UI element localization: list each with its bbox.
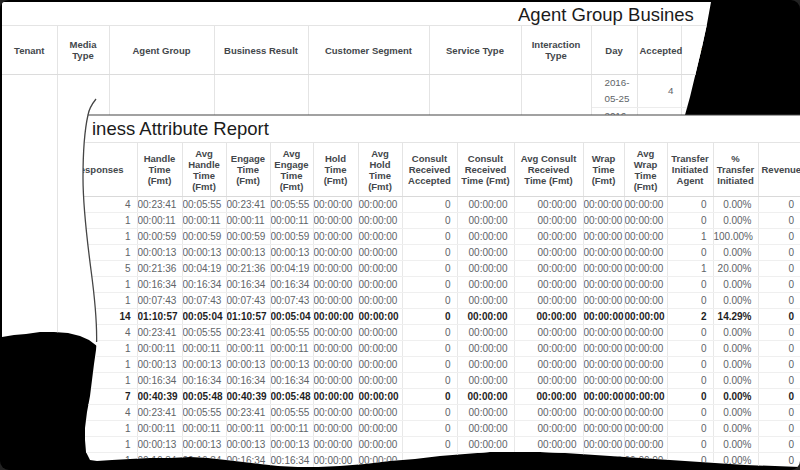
cell: 00:00:00: [624, 389, 667, 405]
column-header: Day: [591, 26, 637, 75]
cell: 00:00:00: [583, 453, 624, 469]
cell: 00:00:13: [182, 357, 226, 373]
cell: 00:00:00: [313, 437, 358, 453]
cell: 00:23:41: [137, 405, 182, 421]
cell: 00:00:00: [313, 357, 358, 373]
cell: 00:00:13: [226, 245, 270, 261]
cell: 00:00:11: [226, 213, 270, 229]
front-table-header-row: ResponsesHandle Time (Fmt)Avg Handle Tim…: [60, 143, 800, 197]
column-header: Consult Received Time (Fmt): [457, 143, 514, 197]
cell: 1: [60, 357, 137, 373]
cell: 01:10:57: [137, 309, 182, 325]
cell: 00:04:19: [182, 261, 226, 277]
cell: 1: [667, 229, 713, 245]
cell: 00:00:59: [270, 229, 313, 245]
cell: 00:16:34: [137, 453, 182, 469]
cell: 00:21:36: [226, 261, 270, 277]
cell: 00:00:00: [358, 293, 402, 309]
cell: 0.00%: [713, 277, 758, 293]
cell: 00:00:00: [457, 341, 514, 357]
cell: 00:00:13: [137, 437, 182, 453]
cell: 00:00:00: [358, 421, 402, 437]
cell: 0: [667, 341, 713, 357]
cell: 14.29%: [713, 309, 758, 325]
cell: 00:00:11: [270, 213, 313, 229]
cell: 0.00%: [713, 373, 758, 389]
cell: 00:05:55: [182, 325, 226, 341]
cell: 00:00:00: [624, 261, 667, 277]
screenshot-canvas: Agent Group Busines Tenant Media Type Ag…: [0, 0, 800, 470]
cell: 0: [758, 293, 800, 309]
cell: 0.00%: [713, 437, 758, 453]
cell: 00:00:00: [358, 357, 402, 373]
cell: 00:00:00: [358, 405, 402, 421]
cell: 0: [758, 261, 800, 277]
cell: 00:00:00: [583, 373, 624, 389]
table-row: 500:21:3600:04:1900:21:3600:04:1900:00:0…: [60, 261, 800, 277]
cell: 00:00:00: [313, 213, 358, 229]
cell: 0.00%: [713, 197, 758, 213]
cell: 00:00:00: [624, 357, 667, 373]
cell: 0: [402, 421, 457, 437]
cell: 00:00:00: [358, 197, 402, 213]
cell: 0: [758, 245, 800, 261]
cell: 00:04:19: [270, 261, 313, 277]
cell: 00:00:00: [514, 389, 583, 405]
table-row: 100:16:3400:16:3400:16:3400:16:3400:00:0…: [60, 277, 800, 293]
cell: 00:00:00: [313, 245, 358, 261]
cell: 00:00:13: [270, 245, 313, 261]
table-row: 100:00:1300:00:1300:00:1300:00:1300:00:0…: [60, 357, 800, 373]
cell: 00:05:55: [270, 405, 313, 421]
column-header: Responses: [681, 26, 771, 75]
cell: 00:00:00: [514, 197, 583, 213]
cell: 00:00:00: [514, 341, 583, 357]
cell: 00:00:00: [514, 245, 583, 261]
column-header: Wrap Time (Fmt): [583, 143, 624, 197]
cell: 00:00:00: [624, 405, 667, 421]
cell: 00:00:13: [137, 357, 182, 373]
cell: 0: [402, 197, 457, 213]
cell: 00:00:00: [624, 277, 667, 293]
cell: 0: [758, 277, 800, 293]
cell: 0: [758, 453, 800, 469]
cell: 00:00:13: [137, 245, 182, 261]
cell-accepted: 4: [637, 75, 681, 108]
table-row: 400:23:4100:05:5500:23:4100:05:5500:00:0…: [60, 405, 800, 421]
cell: 20.00%: [713, 261, 758, 277]
cell: 0: [402, 293, 457, 309]
cell-tenant: [2, 75, 57, 410]
column-header: Avg Handle Time (Fmt): [182, 143, 226, 197]
cell: 00:00:00: [358, 453, 402, 469]
column-header: Hold Time (Fmt): [313, 143, 358, 197]
cell: 00:00:00: [358, 341, 402, 357]
cell: 00:00:11: [137, 341, 182, 357]
cell: 00:00:00: [514, 229, 583, 245]
cell: 00:00:00: [358, 309, 402, 325]
cell: 00:00:00: [358, 261, 402, 277]
cell: 01:10:57: [226, 309, 270, 325]
cell: 0: [758, 325, 800, 341]
cell: 0: [667, 197, 713, 213]
cell: 0.00%: [713, 245, 758, 261]
cell: 00:00:00: [624, 309, 667, 325]
cell: 00:00:00: [624, 453, 667, 469]
cell: 0: [667, 437, 713, 453]
cell: 00:00:00: [583, 245, 624, 261]
cell: 00:00:00: [514, 437, 583, 453]
cell: 00:23:41: [137, 197, 182, 213]
table-row: 100:16:3400:16:3400:16:3400:16:3400:00:0…: [60, 453, 800, 469]
cell: 0: [758, 309, 800, 325]
cell: 4: [60, 405, 137, 421]
cell: 00:00:11: [137, 421, 182, 437]
cell: 00:16:34: [182, 373, 226, 389]
cell: 00:40:39: [226, 389, 270, 405]
cell: 00:00:00: [457, 309, 514, 325]
cell: 00:00:00: [457, 421, 514, 437]
cell: 0: [402, 373, 457, 389]
cell: 0: [758, 229, 800, 245]
table-row: 400:23:4100:05:5500:23:4100:05:5500:00:0…: [60, 325, 800, 341]
cell: 0: [758, 389, 800, 405]
column-header: Tenant: [2, 26, 57, 75]
cell: 0: [758, 341, 800, 357]
cell: 00:00:11: [226, 341, 270, 357]
